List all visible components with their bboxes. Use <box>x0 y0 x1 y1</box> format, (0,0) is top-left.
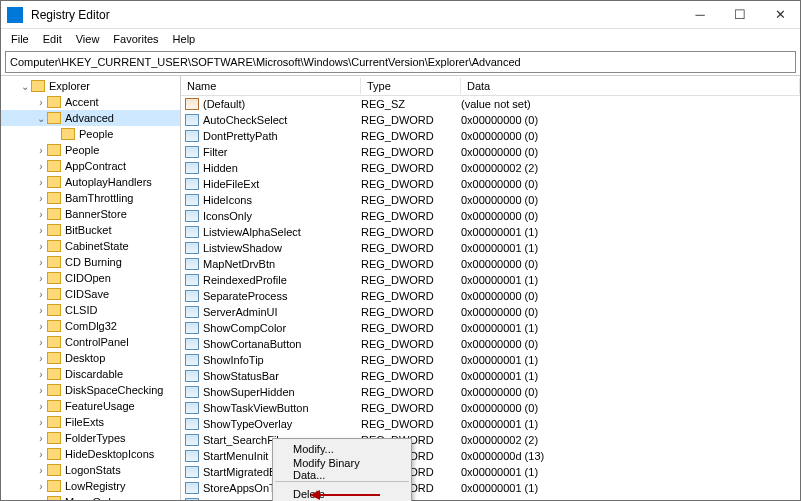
expander-icon[interactable]: › <box>35 241 47 252</box>
tree-item-advanced[interactable]: ⌄Advanced <box>1 110 180 126</box>
tree-item-appcontract[interactable]: ›AppContract <box>1 158 180 174</box>
list-row[interactable]: ShowInfoTipREG_DWORD0x00000001 (1) <box>181 352 800 368</box>
list-row[interactable]: ServerAdminUIREG_DWORD0x00000000 (0) <box>181 304 800 320</box>
tree-item-people[interactable]: People <box>1 126 180 142</box>
ctx-delete[interactable]: Delete <box>273 484 411 501</box>
tree-item-foldertypes[interactable]: ›FolderTypes <box>1 430 180 446</box>
list-row[interactable]: DontPrettyPathREG_DWORD0x00000000 (0) <box>181 128 800 144</box>
folder-icon <box>47 352 61 364</box>
tree-item-menuorder[interactable]: ›MenuOrder <box>1 494 180 500</box>
expander-icon[interactable]: › <box>35 369 47 380</box>
menu-help[interactable]: Help <box>167 31 202 47</box>
expander-icon[interactable]: › <box>35 385 47 396</box>
expander-icon[interactable]: › <box>35 321 47 332</box>
tree-item-fileexts[interactable]: ›FileExts <box>1 414 180 430</box>
tree-item-cidopen[interactable]: ›CIDOpen <box>1 270 180 286</box>
expander-icon[interactable]: › <box>35 449 47 460</box>
folder-icon <box>47 144 61 156</box>
list-row[interactable]: HideIconsREG_DWORD0x00000000 (0) <box>181 192 800 208</box>
value-name: MapNetDrvBtn <box>203 258 361 270</box>
ctx-modify[interactable]: Modify... <box>273 439 411 459</box>
expander-icon[interactable]: › <box>35 417 47 428</box>
tree-item-discardable[interactable]: ›Discardable <box>1 366 180 382</box>
expander-icon[interactable]: › <box>35 225 47 236</box>
tree-item-cabinetstate[interactable]: ›CabinetState <box>1 238 180 254</box>
tree-item-hidedesktopicons[interactable]: ›HideDesktopIcons <box>1 446 180 462</box>
list-row[interactable]: ShowTypeOverlayREG_DWORD0x00000001 (1) <box>181 416 800 432</box>
column-data[interactable]: Data <box>461 78 800 94</box>
expander-icon[interactable]: › <box>35 401 47 412</box>
menu-view[interactable]: View <box>70 31 106 47</box>
tree-item-desktop[interactable]: ›Desktop <box>1 350 180 366</box>
tree-item-lowregistry[interactable]: ›LowRegistry <box>1 478 180 494</box>
tree-item-bannerstore[interactable]: ›BannerStore <box>1 206 180 222</box>
expander-icon[interactable]: › <box>35 193 47 204</box>
tree-item-label: LogonStats <box>65 464 121 476</box>
expander-icon[interactable]: ⌄ <box>35 113 47 124</box>
tree-item-bamthrottling[interactable]: ›BamThrottling <box>1 190 180 206</box>
tree-item-cidsave[interactable]: ›CIDSave <box>1 286 180 302</box>
expander-icon[interactable]: › <box>35 145 47 156</box>
tree-item-comdlg32[interactable]: ›ComDlg32 <box>1 318 180 334</box>
tree-item-clsid[interactable]: ›CLSID <box>1 302 180 318</box>
tree-item-bitbucket[interactable]: ›BitBucket <box>1 222 180 238</box>
list-row[interactable]: AutoCheckSelectREG_DWORD0x00000000 (0) <box>181 112 800 128</box>
list-row[interactable]: HiddenREG_DWORD0x00000002 (2) <box>181 160 800 176</box>
expander-icon[interactable]: ⌄ <box>19 81 31 92</box>
list-row[interactable]: ListviewShadowREG_DWORD0x00000001 (1) <box>181 240 800 256</box>
tree-item-explorer[interactable]: ⌄Explorer <box>1 78 180 94</box>
list-row[interactable]: ListviewAlphaSelectREG_DWORD0x00000001 (… <box>181 224 800 240</box>
list-row[interactable]: IconsOnlyREG_DWORD0x00000000 (0) <box>181 208 800 224</box>
expander-icon[interactable]: › <box>35 97 47 108</box>
expander-icon[interactable]: › <box>35 497 47 501</box>
expander-icon[interactable]: › <box>35 465 47 476</box>
expander-icon[interactable]: › <box>35 337 47 348</box>
expander-icon[interactable]: › <box>35 177 47 188</box>
list-row[interactable]: (Default)REG_SZ(value not set) <box>181 96 800 112</box>
list-row[interactable]: HideFileExtREG_DWORD0x00000000 (0) <box>181 176 800 192</box>
list-row[interactable]: ShowSuperHiddenREG_DWORD0x00000000 (0) <box>181 384 800 400</box>
list-row[interactable]: MapNetDrvBtnREG_DWORD0x00000000 (0) <box>181 256 800 272</box>
menu-favorites[interactable]: Favorites <box>107 31 164 47</box>
list-row[interactable]: SeparateProcessREG_DWORD0x00000000 (0) <box>181 288 800 304</box>
expander-icon[interactable]: › <box>35 481 47 492</box>
column-name[interactable]: Name <box>181 78 361 94</box>
tree-item-label: AppContract <box>65 160 126 172</box>
tree-item-accent[interactable]: ›Accent <box>1 94 180 110</box>
expander-icon[interactable]: › <box>35 353 47 364</box>
list-row[interactable]: ShowCortanaButtonREG_DWORD0x00000000 (0) <box>181 336 800 352</box>
menu-file[interactable]: File <box>5 31 35 47</box>
tree-panel[interactable]: ⌄Explorer›Accent⌄AdvancedPeople›People›A… <box>1 76 181 500</box>
tree-item-autoplayhandlers[interactable]: ›AutoplayHandlers <box>1 174 180 190</box>
menu-edit[interactable]: Edit <box>37 31 68 47</box>
ctx-modify-binary[interactable]: Modify Binary Data... <box>273 459 411 479</box>
column-type[interactable]: Type <box>361 78 461 94</box>
list-row[interactable]: ShowTaskViewButtonREG_DWORD0x00000000 (0… <box>181 400 800 416</box>
tree-item-logonstats[interactable]: ›LogonStats <box>1 462 180 478</box>
expander-icon[interactable]: › <box>35 273 47 284</box>
folder-icon <box>47 160 61 172</box>
tree-item-diskspacechecking[interactable]: ›DiskSpaceChecking <box>1 382 180 398</box>
expander-icon[interactable]: › <box>35 289 47 300</box>
tree-item-label: CIDOpen <box>65 272 111 284</box>
tree-item-cd-burning[interactable]: ›CD Burning <box>1 254 180 270</box>
expander-icon[interactable]: › <box>35 433 47 444</box>
tree-item-controlpanel[interactable]: ›ControlPanel <box>1 334 180 350</box>
list-row[interactable]: ShowStatusBarREG_DWORD0x00000001 (1) <box>181 368 800 384</box>
list-row[interactable]: FilterREG_DWORD0x00000000 (0) <box>181 144 800 160</box>
minimize-button[interactable]: ─ <box>680 1 720 29</box>
close-button[interactable]: ✕ <box>760 1 800 29</box>
expander-icon[interactable]: › <box>35 209 47 220</box>
value-type: REG_DWORD <box>361 146 461 158</box>
list-panel[interactable]: Name Type Data (Default)REG_SZ(value not… <box>181 76 800 500</box>
maximize-button[interactable]: ☐ <box>720 1 760 29</box>
expander-icon[interactable]: › <box>35 305 47 316</box>
folder-icon <box>47 96 61 108</box>
list-row[interactable]: ReindexedProfileREG_DWORD0x00000001 (1) <box>181 272 800 288</box>
list-row[interactable]: ShowCompColorREG_DWORD0x00000001 (1) <box>181 320 800 336</box>
tree-item-featureusage[interactable]: ›FeatureUsage <box>1 398 180 414</box>
tree-item-people[interactable]: ›People <box>1 142 180 158</box>
expander-icon[interactable]: › <box>35 161 47 172</box>
expander-icon[interactable]: › <box>35 257 47 268</box>
address-bar[interactable]: Computer\HKEY_CURRENT_USER\SOFTWARE\Micr… <box>5 51 796 73</box>
